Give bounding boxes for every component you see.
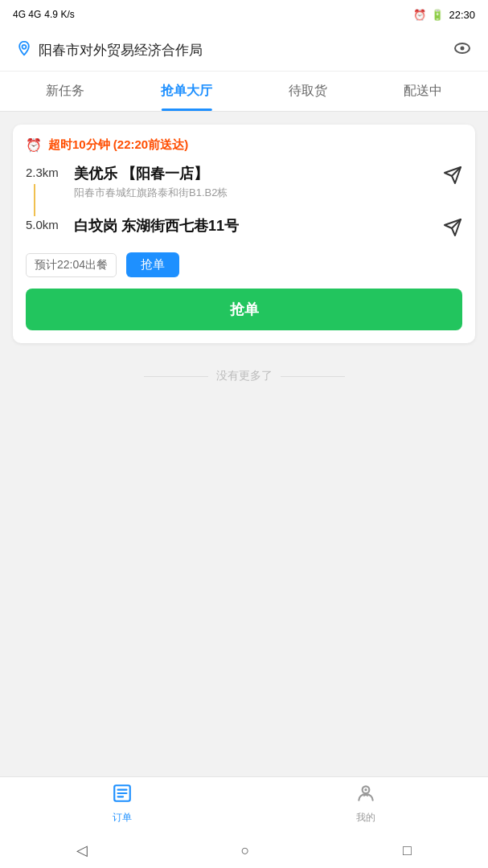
eta-text: 预计22:04出餐 <box>26 253 117 277</box>
tab-delivering[interactable]: 配送中 <box>388 72 458 111</box>
delivery-name: 白坟岗 东湖街西七巷11号 <box>74 216 435 235</box>
svg-point-12 <box>365 788 367 791</box>
tab-new[interactable]: 新任务 <box>30 72 100 111</box>
signal-text: 4G 4G <box>13 9 41 20</box>
mine-icon <box>355 783 376 809</box>
orders-icon <box>112 783 133 809</box>
bottom-nav: 订单 我的 <box>0 776 488 833</box>
spacer <box>0 595 488 777</box>
android-nav: ◁ ○ □ <box>0 833 488 868</box>
main-content: ⏰ 超时10分钟 (22:20前送达) 2.3km 美优乐 【阳春一店】 阳春市… <box>0 112 488 595</box>
tab-pickup[interactable]: 待取货 <box>273 72 343 111</box>
eye-icon-btn[interactable] <box>453 39 472 61</box>
status-right: ⏰ 🔋 22:30 <box>413 9 475 21</box>
orders-label: 订单 <box>113 811 132 825</box>
grab-big-button[interactable]: 抢单 <box>26 289 462 330</box>
delivery-info: 白坟岗 东湖街西七巷11号 <box>74 216 435 238</box>
action-row: 预计22:04出餐 抢单 <box>26 252 462 277</box>
time-display: 22:30 <box>449 9 475 21</box>
header: 阳春市对外贸易经济合作局 <box>0 29 488 72</box>
clock-icon: ⏰ <box>26 137 42 153</box>
tab-grab[interactable]: 抢单大厅 <box>145 72 228 111</box>
location-name: 阳春市对外贸易经济合作局 <box>39 41 203 59</box>
delivery-distance: 5.0km <box>26 218 59 231</box>
overtime-row: ⏰ 超时10分钟 (22:20前送达) <box>26 137 462 153</box>
svg-point-0 <box>23 44 27 48</box>
grab-small-button[interactable]: 抢单 <box>126 252 179 277</box>
pickup-info: 美优乐 【阳春一店】 阳春市春城红旗路泰和街B1.B2栋 <box>74 164 435 211</box>
header-location-row[interactable]: 阳春市对外贸易经济合作局 <box>16 40 203 60</box>
pickup-distance: 2.3km <box>26 166 59 179</box>
bottom-nav-orders[interactable]: 订单 <box>112 783 133 825</box>
pickup-address: 阳春市春城红旗路泰和街B1.B2栋 <box>74 186 435 200</box>
alarm-icon: ⏰ <box>413 9 426 21</box>
battery-icon: 🔋 <box>431 9 444 21</box>
tab-bar: 新任务 抢单大厅 待取货 配送中 <box>0 72 488 112</box>
overtime-text: 超时10分钟 (22:20前送达) <box>48 137 188 153</box>
no-more-text: 没有更多了 <box>13 353 475 399</box>
mine-label: 我的 <box>356 811 375 825</box>
svg-point-2 <box>461 47 465 51</box>
android-recent-btn[interactable]: □ <box>403 842 412 859</box>
status-bar: 4G 4G 4.9 K/s ⏰ 🔋 22:30 <box>0 0 488 29</box>
bottom-nav-mine[interactable]: 我的 <box>355 783 376 825</box>
pickup-nav-icon[interactable] <box>443 166 462 189</box>
order-card: ⏰ 超时10分钟 (22:20前送达) 2.3km 美优乐 【阳春一店】 阳春市… <box>13 125 475 343</box>
android-back-btn[interactable]: ◁ <box>76 841 88 859</box>
location-pin-icon <box>16 40 32 60</box>
status-left: 4G 4G 4.9 K/s <box>13 9 75 20</box>
pickup-name: 美优乐 【阳春一店】 <box>74 164 435 183</box>
android-home-btn[interactable]: ○ <box>241 842 250 859</box>
speed-text: 4.9 K/s <box>44 9 74 20</box>
delivery-nav-icon[interactable] <box>443 218 462 241</box>
